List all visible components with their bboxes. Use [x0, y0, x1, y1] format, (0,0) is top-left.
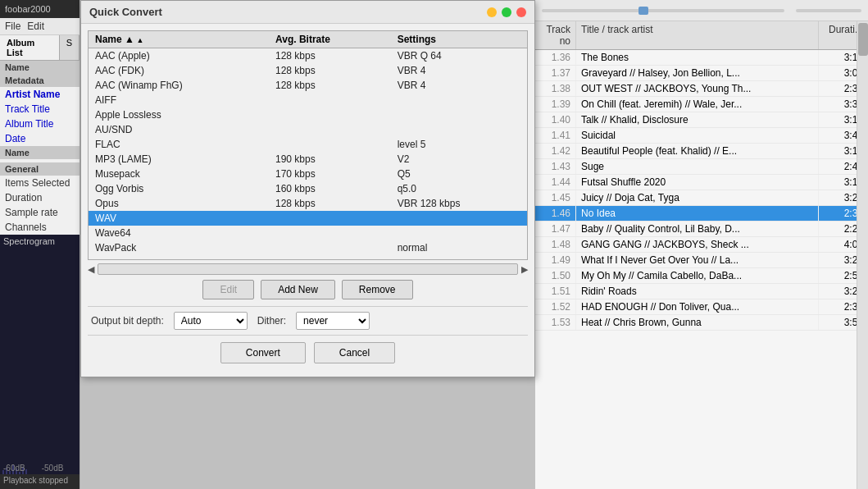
scroll-right-arrow[interactable]: ▶	[521, 264, 528, 275]
track-row[interactable]: 1.44 Futsal Shuffle 2020 3:19	[535, 175, 868, 190]
output-bit-depth-select[interactable]: Auto 16-bit 24-bit 32-bit	[174, 312, 248, 330]
track-row[interactable]: 1.41 Suicidal 3:43	[535, 128, 868, 144]
format-table-scroll[interactable]: Name ▲ Avg. Bitrate Settings AAC (Apple)…	[88, 30, 528, 260]
dialog-controls[interactable]	[487, 7, 526, 17]
col-name-header[interactable]: Name ▲	[89, 31, 269, 48]
track-no: 1.48	[535, 237, 576, 252]
format-row[interactable]: Ogg Vorbis 160 kbps q5.0	[89, 181, 527, 196]
format-bitrate: 160 kbps	[269, 181, 391, 196]
track-row[interactable]: 1.51 Ridin' Roads 3:25	[535, 284, 868, 299]
format-bitrate	[269, 107, 391, 122]
table-header-row: Name ▲ Avg. Bitrate Settings	[89, 31, 527, 48]
dither-select[interactable]: never shaped triangular	[296, 312, 370, 330]
format-name: Musepack	[89, 167, 269, 181]
format-row[interactable]: Apple Lossless	[89, 107, 527, 122]
col-settings-header[interactable]: Settings	[391, 31, 527, 48]
db-label-50: -50dB	[42, 464, 64, 473]
track-no: 1.39	[535, 97, 576, 112]
track-row[interactable]: 1.45 Juicy // Doja Cat, Tyga 3:23	[535, 190, 868, 206]
dialog-minimize-button[interactable]	[487, 7, 497, 17]
track-row[interactable]: 1.53 Heat // Chris Brown, Gunna 3:53	[535, 315, 868, 331]
format-settings: q5.0	[391, 181, 527, 196]
menu-bar[interactable]: File Edit	[0, 18, 80, 35]
track-row[interactable]: 1.40 Talk // Khalid, Disclosure 3:18	[535, 112, 868, 128]
remove-button[interactable]: Remove	[342, 280, 413, 299]
format-row[interactable]: AAC (Winamp FhG) 128 kbps VBR 4	[89, 78, 527, 93]
format-name: AAC (Winamp FhG)	[89, 78, 269, 93]
format-bitrate	[269, 93, 391, 107]
dialog-close-button[interactable]	[516, 7, 526, 17]
channels-item: Channels	[0, 220, 80, 235]
scroll-left-arrow[interactable]: ◀	[88, 264, 94, 275]
edit-button[interactable]: Edit	[202, 280, 254, 299]
track-row[interactable]: 1.50 My Oh My // Camila Cabello, DaBa...…	[535, 268, 868, 284]
dialog-title: Quick Convert	[89, 6, 162, 18]
track-no: 1.41	[535, 128, 576, 143]
tab-s[interactable]: S	[60, 35, 80, 60]
col-bitrate-header[interactable]: Avg. Bitrate	[269, 31, 391, 48]
format-bitrate	[269, 211, 391, 226]
track-row[interactable]: 1.38 OUT WEST // JACKBOYS, Young Th... 2…	[535, 81, 868, 97]
dialog-maximize-button[interactable]	[502, 7, 511, 17]
track-title: Futsal Shuffle 2020	[576, 175, 819, 190]
track-list-scroll[interactable]: 1.36 The Bones 3:17 1.37 Graveyard // Ha…	[535, 50, 868, 489]
progress-track[interactable]	[542, 9, 784, 12]
format-row[interactable]: FLAC level 5	[89, 137, 527, 152]
format-row[interactable]: Opus 128 kbps VBR 128 kbps	[89, 196, 527, 211]
track-row[interactable]: 1.47 Baby // Quality Control, Lil Baby, …	[535, 222, 868, 237]
format-row[interactable]: Musepack 170 kbps Q5	[89, 167, 527, 181]
name-header: Name	[0, 61, 80, 74]
format-row[interactable]: Wave64	[89, 226, 527, 240]
date-item[interactable]: Date	[0, 131, 80, 146]
track-row[interactable]: 1.49 What If I Never Get Over You // La.…	[535, 253, 868, 268]
h-scrollbar[interactable]	[98, 263, 518, 275]
format-name: Opus	[89, 196, 269, 211]
track-no: 1.51	[535, 284, 576, 299]
album-title-item[interactable]: Album Title	[0, 117, 80, 131]
track-row[interactable]: 1.36 The Bones 3:17	[535, 50, 868, 66]
v-scrollbar-thumb[interactable]	[858, 23, 868, 56]
format-row[interactable]: MP3 (LAME) 190 kbps V2	[89, 152, 527, 167]
track-row[interactable]: 1.37 Graveyard // Halsey, Jon Bellion, L…	[535, 66, 868, 81]
format-name: WAV	[89, 211, 269, 226]
format-row[interactable]: AU/SND	[89, 122, 527, 137]
menu-edit[interactable]: Edit	[27, 21, 44, 32]
app-title: foobar2000	[5, 4, 51, 14]
track-row[interactable]: 1.42 Beautiful People (feat. Khalid) // …	[535, 144, 868, 159]
output-section: Output bit depth: Auto 16-bit 24-bit 32-…	[88, 306, 528, 335]
add-new-button[interactable]: Add New	[261, 280, 335, 299]
track-title: HAD ENOUGH // Don Toliver, Qua...	[576, 299, 819, 314]
volume-area	[796, 9, 861, 12]
format-settings	[391, 122, 527, 137]
track-no: 1.43	[535, 159, 576, 174]
track-title: Suicidal	[576, 128, 819, 143]
cancel-button[interactable]: Cancel	[314, 342, 395, 363]
menu-file[interactable]: File	[5, 21, 20, 32]
format-name: Ogg Vorbis	[89, 181, 269, 196]
track-title: On Chill (feat. Jeremih) // Wale, Jer...	[576, 97, 819, 112]
nav-tabs[interactable]: Album List S	[0, 35, 80, 61]
format-row[interactable]: AIFF	[89, 93, 527, 107]
v-scrollbar[interactable]	[857, 21, 868, 489]
track-no: 1.37	[535, 66, 576, 80]
track-row[interactable]: 1.39 On Chill (feat. Jeremih) // Wale, J…	[535, 97, 868, 112]
track-no: 1.53	[535, 315, 576, 330]
format-row[interactable]: WavPack normal	[89, 240, 527, 255]
format-table: Name ▲ Avg. Bitrate Settings AAC (Apple)…	[89, 31, 527, 255]
format-row[interactable]: AAC (FDK) 128 kbps VBR 4	[89, 63, 527, 78]
header-title[interactable]: Title / track artist	[576, 21, 819, 49]
convert-button[interactable]: Convert	[220, 342, 306, 363]
track-title-item[interactable]: Track Title	[0, 102, 80, 117]
tab-album-list[interactable]: Album List	[0, 35, 60, 60]
track-row[interactable]: 1.52 HAD ENOUGH // Don Toliver, Qua... 2…	[535, 299, 868, 315]
format-name: AAC (Apple)	[89, 48, 269, 64]
track-row[interactable]: 1.46 No Idea 2:34	[535, 206, 868, 222]
format-row[interactable]: AAC (Apple) 128 kbps VBR Q 64	[89, 48, 527, 64]
format-row[interactable]: WAV	[89, 211, 527, 226]
track-row[interactable]: 1.43 Suge 2:43	[535, 159, 868, 175]
track-no: 1.49	[535, 253, 576, 267]
artist-name-item[interactable]: Artist Name	[0, 87, 80, 102]
format-settings: V2	[391, 152, 527, 167]
header-track-no[interactable]: Track no	[535, 21, 576, 49]
track-row[interactable]: 1.48 GANG GANG // JACKBOYS, Sheck ... 4:…	[535, 237, 868, 253]
